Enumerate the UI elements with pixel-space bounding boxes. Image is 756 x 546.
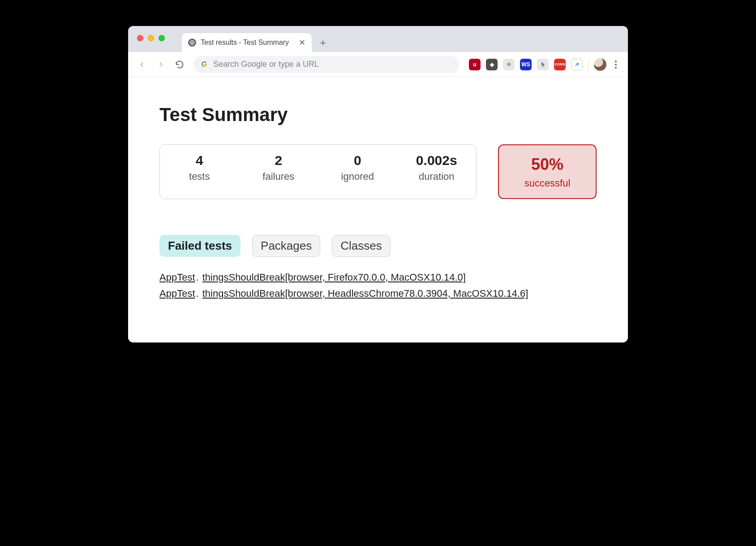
mouse-icon[interactable]: 🖱 xyxy=(537,59,549,70)
ublock-icon[interactable]: u xyxy=(469,59,481,70)
tab-failed-tests[interactable]: Failed tests xyxy=(159,235,241,257)
close-tab-button[interactable]: ✕ xyxy=(299,38,305,48)
maximize-window-button[interactable] xyxy=(159,35,165,41)
cors-icon[interactable]: CORS xyxy=(554,59,566,70)
test-method-link[interactable]: thingsShouldBreak[browser, Firefox70.0.0… xyxy=(202,272,466,283)
reload-button[interactable] xyxy=(172,57,187,72)
back-button[interactable] xyxy=(134,57,150,72)
success-label: successful xyxy=(524,178,571,189)
success-box: 50% successful xyxy=(498,144,597,199)
tab-title: Test results - Test Summary xyxy=(201,39,289,47)
success-percent: 50% xyxy=(531,155,563,174)
content-tabs: Failed testsPackagesClasses xyxy=(159,235,597,257)
tab-strip: Test results - Test Summary ✕ ＋ xyxy=(128,26,628,52)
browser-menu-button[interactable] xyxy=(610,61,622,69)
counter-ignored: 0ignored xyxy=(318,153,397,190)
tab-packages[interactable]: Packages xyxy=(252,235,320,257)
counter-failures: 2failures xyxy=(239,153,318,190)
failed-test-row: AppTest. thingsShouldBreak[browser, Head… xyxy=(159,286,597,302)
omnibox-placeholder: Search Google or type a URL xyxy=(213,60,319,69)
browser-tab[interactable]: Test results - Test Summary ✕ xyxy=(182,33,312,52)
counters-box: 4tests2failures0ignored0.002sduration xyxy=(159,144,477,199)
summary-row: 4tests2failures0ignored0.002sduration 50… xyxy=(159,144,597,199)
test-class-link[interactable]: AppTest xyxy=(159,288,195,299)
page-content: Test Summary 4tests2failures0ignored0.00… xyxy=(128,77,628,342)
react-devtools-icon[interactable]: ⚛ xyxy=(503,59,515,70)
counter-value: 0.002s xyxy=(397,153,477,168)
tab-classes[interactable]: Classes xyxy=(332,235,390,257)
test-method-link[interactable]: thingsShouldBreak[browser, HeadlessChrom… xyxy=(202,288,528,299)
counter-label: ignored xyxy=(318,171,397,182)
failed-test-row: AppTest. thingsShouldBreak[browser, Fire… xyxy=(159,269,597,286)
google-icon: G xyxy=(200,60,209,69)
toolbar-separator xyxy=(588,59,588,70)
counter-value: 2 xyxy=(239,153,318,168)
minimize-window-button[interactable] xyxy=(148,35,154,41)
cube-icon[interactable]: ◆ xyxy=(486,59,498,70)
browser-toolbar: G Search Google or type a URL u◆⚛WS🖱CORS… xyxy=(128,52,628,77)
omnibox[interactable]: G Search Google or type a URL xyxy=(193,56,459,73)
counter-label: duration xyxy=(397,171,477,182)
test-class-link[interactable]: AppTest xyxy=(159,272,195,283)
window-controls xyxy=(137,35,165,41)
webstorm-icon[interactable]: WS xyxy=(520,59,532,70)
profile-avatar[interactable] xyxy=(594,58,606,71)
counter-label: failures xyxy=(239,171,318,182)
counter-label: tests xyxy=(160,171,239,182)
globe-icon xyxy=(188,39,196,47)
counter-value: 0 xyxy=(318,153,397,168)
failed-tests-list: AppTest. thingsShouldBreak[browser, Fire… xyxy=(159,269,597,302)
counter-tests: 4tests xyxy=(160,153,239,190)
close-window-button[interactable] xyxy=(137,35,143,41)
counter-value: 4 xyxy=(160,153,239,168)
optimize-icon[interactable]: ↗ xyxy=(571,59,583,70)
page-title: Test Summary xyxy=(159,104,597,126)
forward-button[interactable] xyxy=(153,57,168,72)
extensions-row: u◆⚛WS🖱CORS↗ xyxy=(469,59,583,70)
counter-duration: 0.002sduration xyxy=(397,153,477,190)
new-tab-button[interactable]: ＋ xyxy=(315,35,331,50)
browser-window: Test results - Test Summary ✕ ＋ G Search… xyxy=(128,26,628,342)
